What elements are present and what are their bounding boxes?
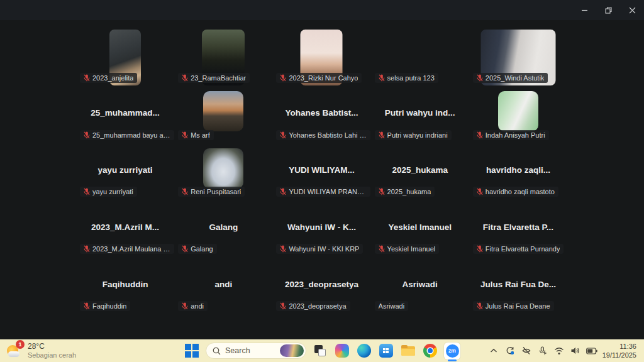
search-daily-image — [280, 344, 304, 357]
muted-mic-icon — [379, 245, 385, 253]
participant-name-label: 2025_hukama — [375, 187, 435, 197]
taskbar: 1 28°C Sebagian cerah Search — [0, 339, 644, 362]
participant-label-text: 2025_hukama — [387, 188, 431, 195]
participant-name-label: 2023_anjelita — [80, 73, 137, 83]
sync-icon[interactable] — [504, 344, 516, 357]
notification-badge: 1 — [16, 340, 25, 349]
participant-tile[interactable]: 23_RamaBachtiar — [174, 29, 272, 86]
participant-display-name: 2025_hukama — [374, 165, 467, 175]
participant-tile[interactable]: 25_muhammad... 25_muhammad bayu al amin — [76, 86, 174, 143]
participant-name-label: 23_RamaBachtiar — [178, 73, 250, 83]
participant-tile[interactable]: Ms arf — [174, 86, 272, 143]
microsoft-store-button[interactable] — [378, 343, 394, 359]
participant-label-text: Ms arf — [191, 131, 210, 139]
participant-tile[interactable]: Putri wahyu ind... Putri wahyu indriani — [371, 86, 469, 143]
participant-display-name: Faqihuddin — [79, 279, 172, 288]
participant-tile[interactable]: Fitra Elvaretta P... Fitra Elvaretta Pur… — [469, 200, 567, 257]
weather-widget[interactable]: 1 28°C Sebagian cerah — [0, 342, 76, 360]
participant-grid: 2023_anjelita 23_RamaBachtiar 2023_Rizki… — [76, 29, 567, 314]
participant-label-text: 23_RamaBachtiar — [191, 74, 246, 82]
participant-name-label: Putri wahyu indriani — [375, 130, 452, 140]
volume-icon[interactable] — [570, 344, 581, 357]
participant-name-label: 2023_M.Azril Maulana Ramad... — [80, 244, 174, 254]
participant-tile[interactable]: havridho zaqli... havridho zaqli mastoto — [469, 143, 567, 200]
system-tray: 11:36 19/11/2025 — [488, 339, 644, 362]
participant-tile[interactable]: Indah Anisyah Putri — [469, 86, 567, 143]
participant-display-name: yayu zurriyati — [79, 165, 172, 175]
participant-display-name: Wahyuni IW - K... — [275, 222, 368, 232]
muted-mic-icon — [182, 74, 188, 82]
clock-date: 19/11/2025 — [602, 351, 636, 359]
participant-label-text: Julus Rai Fua Deane — [486, 302, 550, 310]
mic-access-icon[interactable] — [537, 344, 548, 357]
restore-button[interactable] — [596, 0, 620, 20]
participant-name-label: 25_muhammad bayu al amin — [80, 130, 174, 140]
wifi-icon[interactable] — [553, 344, 565, 357]
participant-label-text: Yohanes Babtisto Lahi (Angkat... — [289, 131, 367, 139]
start-button[interactable] — [184, 343, 200, 359]
participant-name-label: selsa putra 123 — [375, 73, 438, 83]
participant-tile[interactable]: 2025_Windi Astutik — [469, 29, 567, 86]
participant-label-text: Asriwadi — [379, 302, 405, 310]
muted-mic-icon — [84, 188, 90, 195]
weather-condition: Sebagian cerah — [28, 351, 76, 360]
participant-tile[interactable]: Faqihuddin Faqihuddin — [76, 257, 174, 314]
participant-tile[interactable]: Yohanes Babtist... Yohanes Babtisto Lahi… — [272, 86, 370, 143]
edge-button[interactable] — [356, 343, 372, 359]
participant-name-label: YUDI WILIYAM PRANATA — [276, 187, 370, 197]
participant-display-name: havridho zaqli... — [472, 165, 565, 175]
participant-display-name: 2023_M.Azril M... — [79, 222, 172, 232]
participant-display-name: Putri wahyu ind... — [374, 108, 467, 118]
muted-mic-icon — [280, 188, 286, 195]
participant-tile[interactable]: 2023_M.Azril M... 2023_M.Azril Maulana R… — [76, 200, 174, 257]
participant-tile[interactable]: YUDI WILIYAM... YUDI WILIYAM PRANATA — [272, 143, 370, 200]
participant-tile[interactable]: Yeskiel Imanuel Yeskiel Imanuel — [371, 200, 469, 257]
participant-tile[interactable]: 2025_hukama 2025_hukama — [371, 143, 469, 200]
search-box[interactable]: Search — [206, 343, 306, 359]
eye-off-icon[interactable] — [521, 344, 532, 357]
tray-chevron-up-icon[interactable] — [488, 344, 499, 357]
participant-display-name: andi — [177, 279, 270, 288]
clock[interactable]: 11:36 19/11/2025 — [602, 342, 636, 360]
participant-label-text: andi — [191, 302, 204, 310]
participant-tile[interactable]: 2023_anjelita — [76, 29, 174, 86]
participant-tile[interactable]: andi andi — [174, 257, 272, 314]
minimize-icon — [581, 7, 588, 14]
muted-mic-icon — [280, 74, 286, 82]
participant-tile[interactable]: Wahyuni IW - K... Wahyuni IW - KKI KRP — [272, 200, 370, 257]
zoom-app-button[interactable]: zm — [444, 343, 460, 359]
participant-tile[interactable]: Reni Puspitasari — [174, 143, 272, 200]
close-button[interactable] — [620, 0, 644, 20]
copilot-button[interactable] — [334, 343, 350, 359]
participant-display-name: Asriwadi — [374, 279, 467, 288]
battery-icon[interactable] — [586, 344, 597, 357]
participant-tile[interactable]: yayu zurriyati yayu zurriyati — [76, 143, 174, 200]
participant-tile[interactable]: 2023_Rizki Nur Cahyo — [272, 29, 370, 86]
avatar — [203, 91, 243, 131]
participant-label-text: Yeskiel Imanuel — [387, 245, 436, 253]
minimize-button[interactable] — [572, 0, 596, 20]
meeting-canvas: 2023_anjelita 23_RamaBachtiar 2023_Rizki… — [0, 20, 644, 339]
participant-tile[interactable]: Julus Rai Fua De... Julus Rai Fua Deane — [469, 257, 567, 314]
participant-display-name: 25_muhammad... — [79, 108, 172, 118]
muted-mic-icon — [84, 131, 90, 139]
participant-tile[interactable]: 2023_deoprasetya 2023_deoprasetya — [272, 257, 370, 314]
participant-name-label: havridho zaqli mastoto — [473, 187, 558, 197]
chrome-button[interactable] — [422, 343, 438, 359]
file-explorer-button[interactable] — [400, 343, 416, 359]
file-explorer-icon — [401, 345, 415, 356]
participant-label-text: YUDI WILIYAM PRANATA — [289, 188, 367, 195]
muted-mic-icon — [280, 131, 286, 139]
muted-mic-icon — [182, 245, 188, 253]
weather-text: 28°C Sebagian cerah — [28, 342, 76, 360]
participant-display-name: YUDI WILIYAM... — [275, 165, 368, 175]
participant-display-name: Yeskiel Imanuel — [374, 222, 467, 232]
participant-display-name: 2023_deoprasetya — [275, 279, 368, 288]
active-app-indicator — [448, 359, 457, 361]
task-view-button[interactable] — [312, 343, 328, 359]
participant-name-label: Yohanes Babtisto Lahi (Angkat... — [276, 130, 370, 140]
participant-tile[interactable]: Galang Galang — [174, 200, 272, 257]
participant-tile[interactable]: Asriwadi Asriwadi — [371, 257, 469, 314]
participant-name-label: andi — [178, 301, 208, 311]
participant-tile[interactable]: selsa putra 123 — [371, 29, 469, 86]
